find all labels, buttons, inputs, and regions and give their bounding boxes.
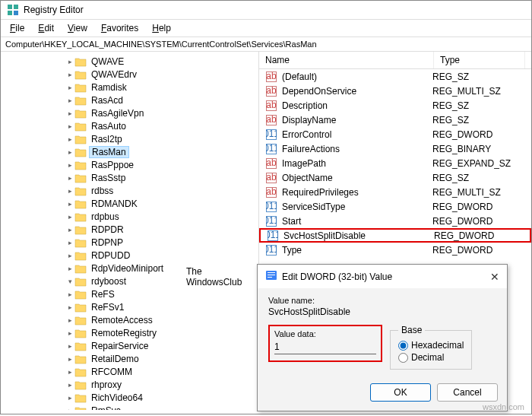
tree-item[interactable]: RichVideo64 bbox=[65, 391, 258, 404]
tree-item[interactable]: RDMANDK bbox=[65, 197, 258, 210]
svg-rect-3 bbox=[14, 11, 18, 15]
close-icon[interactable]: ✕ bbox=[490, 271, 499, 283]
list-row[interactable]: ab(Default)REG_SZ bbox=[259, 69, 531, 84]
tree-item[interactable]: rhproxy bbox=[65, 378, 258, 391]
chevron-icon[interactable] bbox=[65, 71, 74, 78]
list-row[interactable]: abRequiredPrivilegesREG_MULTI_SZ bbox=[259, 185, 531, 199]
folder-icon bbox=[74, 147, 87, 157]
chevron-icon[interactable] bbox=[65, 394, 74, 402]
tree-item-label: RemoteAccess bbox=[89, 315, 155, 325]
address-bar[interactable]: Computer\HKEY_LOCAL_MACHINE\SYSTEM\Curre… bbox=[1, 37, 531, 52]
folder-icon bbox=[74, 95, 87, 106]
list-row[interactable]: 011FailureActionsREG_BINARY bbox=[259, 141, 531, 156]
tree-item[interactable]: RDPDR bbox=[65, 223, 258, 236]
value-data-input[interactable] bbox=[274, 340, 376, 354]
chevron-icon[interactable] bbox=[65, 187, 74, 195]
chevron-icon[interactable] bbox=[65, 291, 74, 298]
app-icon bbox=[7, 4, 19, 16]
tree-item[interactable]: RmSvc bbox=[65, 404, 258, 410]
tree-item[interactable]: QWAVE bbox=[65, 55, 258, 68]
list-row[interactable]: abDependOnServiceREG_MULTI_SZ bbox=[259, 84, 531, 98]
chevron-icon[interactable] bbox=[65, 122, 74, 130]
chevron-icon[interactable] bbox=[65, 316, 74, 324]
list-row[interactable]: abObjectNameREG_SZ bbox=[259, 170, 531, 185]
chevron-icon[interactable] bbox=[65, 355, 74, 363]
binary-value-icon: 011 bbox=[265, 215, 277, 227]
chevron-icon[interactable] bbox=[65, 342, 74, 350]
tree-item[interactable]: Ramdisk bbox=[65, 81, 258, 94]
tree-item-label: Rasl2tp bbox=[89, 134, 125, 144]
value-name: ObjectName bbox=[280, 173, 432, 183]
chevron-icon[interactable] bbox=[65, 58, 74, 65]
list-row[interactable]: abImagePathREG_EXPAND_SZ bbox=[259, 156, 531, 170]
radio-hex[interactable]: Hexadecimal bbox=[398, 340, 464, 351]
tree-item[interactable]: RasAcd bbox=[65, 94, 258, 106]
tree-item[interactable]: RemoteRegistry bbox=[65, 326, 258, 339]
chevron-icon[interactable] bbox=[65, 84, 74, 91]
tree-item[interactable]: ReFSv1 bbox=[65, 300, 258, 313]
menu-edit[interactable]: Edit bbox=[32, 21, 60, 35]
list-row[interactable]: 011ErrorControlREG_DWORD bbox=[259, 127, 531, 141]
chevron-icon[interactable] bbox=[65, 148, 74, 156]
chevron-icon[interactable] bbox=[65, 213, 74, 221]
tree-item[interactable]: RepairService bbox=[65, 339, 258, 352]
menu-help[interactable]: Help bbox=[146, 21, 177, 35]
chevron-icon[interactable] bbox=[65, 161, 74, 169]
list-row[interactable]: 011ServiceSidTypeREG_DWORD bbox=[259, 199, 531, 214]
tree-pane[interactable]: QWAVEQWAVEdrvRamdiskRasAcdRasAgileVpnRas… bbox=[1, 52, 259, 410]
col-header-name[interactable]: Name bbox=[259, 52, 434, 68]
list-row[interactable]: 011TypeREG_DWORD bbox=[259, 243, 531, 257]
tree-item[interactable]: RFCOMM bbox=[65, 365, 258, 378]
value-type: REG_DWORD bbox=[432, 245, 524, 256]
menu-favorites[interactable]: Favorites bbox=[95, 21, 144, 35]
chevron-icon[interactable] bbox=[65, 265, 74, 272]
tree-item[interactable]: RasSstp bbox=[65, 171, 258, 184]
tree-item[interactable]: Rasl2tp bbox=[65, 132, 258, 145]
tree-item[interactable]: ReFS bbox=[65, 287, 258, 300]
menu-file[interactable]: File bbox=[4, 21, 30, 35]
watermark-line2: WindowsClub bbox=[186, 277, 242, 287]
tree-item[interactable]: RasPppoe bbox=[65, 158, 258, 171]
chevron-icon[interactable] bbox=[65, 239, 74, 246]
tree-item[interactable]: QWAVEdrv bbox=[65, 68, 258, 81]
ok-button[interactable]: OK bbox=[370, 383, 431, 402]
chevron-icon[interactable] bbox=[65, 97, 74, 104]
tree-item[interactable]: RasAuto bbox=[65, 119, 258, 132]
tree-item[interactable]: RasMan bbox=[65, 145, 258, 158]
tree-item[interactable]: RemoteAccess bbox=[65, 313, 258, 326]
window-title: Registry Editor bbox=[24, 5, 84, 15]
svg-rect-31 bbox=[268, 272, 275, 273]
dialog-titlebar[interactable]: Edit DWORD (32-bit) Value ✕ bbox=[258, 265, 507, 288]
chevron-icon[interactable] bbox=[65, 252, 74, 259]
list-row[interactable]: abDisplayNameREG_SZ bbox=[259, 113, 531, 127]
tree-item[interactable]: RDPUDD bbox=[65, 249, 258, 262]
chevron-icon[interactable] bbox=[65, 381, 74, 389]
tree-item-label: RichVideo64 bbox=[89, 392, 145, 403]
list-row[interactable]: abDescriptionREG_SZ bbox=[259, 98, 531, 113]
titlebar[interactable]: Registry Editor bbox=[1, 1, 531, 20]
chevron-icon[interactable] bbox=[65, 303, 74, 311]
folder-icon bbox=[74, 405, 87, 411]
chevron-icon[interactable] bbox=[65, 278, 74, 285]
chevron-icon[interactable] bbox=[65, 407, 74, 411]
list-row[interactable]: 011SvcHostSplitDisableREG_DWORD bbox=[259, 228, 531, 243]
chevron-icon[interactable] bbox=[65, 200, 74, 208]
list-row[interactable]: 011StartREG_DWORD bbox=[259, 214, 531, 228]
value-type: REG_DWORD bbox=[432, 129, 524, 140]
tree-item-label: RmSvc bbox=[89, 405, 123, 411]
tree-item[interactable]: RDPNP bbox=[65, 236, 258, 249]
col-header-type[interactable]: Type bbox=[434, 52, 525, 68]
menu-view[interactable]: View bbox=[62, 21, 93, 35]
chevron-icon[interactable] bbox=[65, 135, 74, 143]
chevron-icon[interactable] bbox=[65, 110, 74, 117]
cancel-button[interactable]: Cancel bbox=[437, 383, 498, 402]
chevron-icon[interactable] bbox=[65, 174, 74, 182]
chevron-icon[interactable] bbox=[65, 368, 74, 376]
tree-item[interactable]: rdpbus bbox=[65, 210, 258, 223]
tree-item[interactable]: RasAgileVpn bbox=[65, 106, 258, 119]
chevron-icon[interactable] bbox=[65, 329, 74, 337]
tree-item[interactable]: rdbss bbox=[65, 184, 258, 197]
radio-dec[interactable]: Decimal bbox=[398, 352, 464, 363]
chevron-icon[interactable] bbox=[65, 226, 74, 233]
tree-item[interactable]: RetailDemo bbox=[65, 352, 258, 365]
